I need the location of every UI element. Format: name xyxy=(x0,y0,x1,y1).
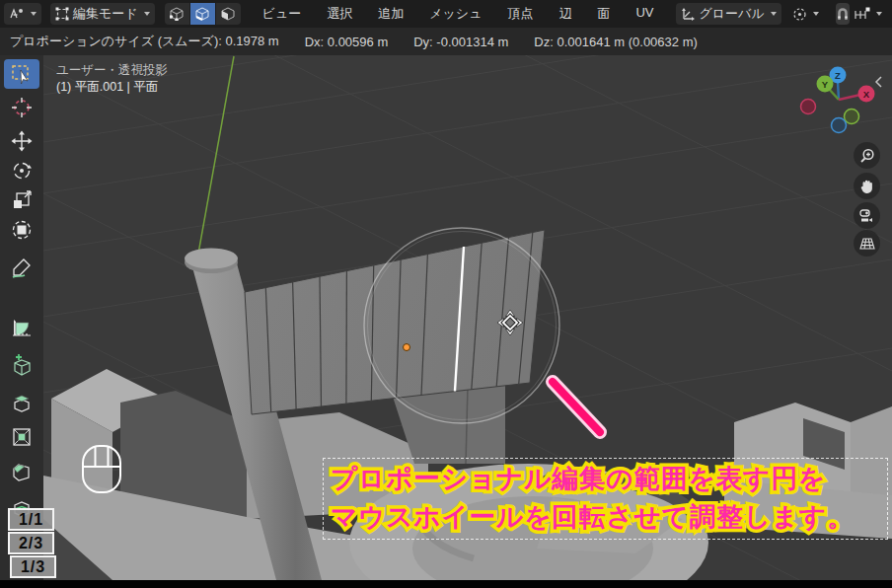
tool-transform[interactable] xyxy=(4,215,39,245)
page-badge-2: 2/3 xyxy=(8,532,54,554)
pink-annotation-stroke xyxy=(553,382,600,432)
pivot-icon xyxy=(792,7,807,22)
mode-selector[interactable]: 編集モード xyxy=(50,3,155,25)
select-mode-group xyxy=(165,3,241,25)
pivot-point-selector[interactable] xyxy=(787,3,824,25)
svg-text:X: X xyxy=(863,89,870,100)
rotate-icon xyxy=(11,160,33,182)
transform-icon xyxy=(11,219,33,241)
active-object-label: (1) 平面.001 | 平面 xyxy=(56,79,158,96)
dy-value: Dy: -0.001314 m xyxy=(413,35,508,49)
3d-cursor-icon xyxy=(11,97,33,118)
tool-measure[interactable] xyxy=(4,314,39,343)
gizmo-z-negative[interactable] xyxy=(832,118,847,133)
tool-bevel[interactable] xyxy=(4,457,39,486)
page-badge-3: 1/3 xyxy=(10,555,56,578)
proportional-size-value: プロポーションのサイズ (スムーズ): 0.1978 m xyxy=(10,33,279,50)
edge-select-icon xyxy=(195,7,209,21)
dz-value: Dz: 0.001641 m (0.00632 m) xyxy=(534,35,697,49)
chevron-down-icon xyxy=(31,12,37,16)
mode-label: 編集モード xyxy=(73,5,138,23)
svg-text:Y: Y xyxy=(822,79,829,90)
editor-type-button[interactable] xyxy=(4,3,41,25)
bottom-black-strip xyxy=(0,580,892,588)
tool-box-select[interactable] xyxy=(4,59,39,89)
camera-view-button[interactable] xyxy=(854,202,880,229)
tool-add-cube[interactable] xyxy=(4,350,39,380)
chevron-down-icon xyxy=(876,12,882,16)
tool-shelf xyxy=(0,55,43,580)
orientation-label: グローバル xyxy=(700,5,765,23)
edit-mode-icon xyxy=(55,7,69,21)
annotation-line-2: マウスホイールを回転させて調整します。 マウスホイールを回転させて調整します。 xyxy=(331,499,887,538)
transform-orientation-selector[interactable]: グローバル xyxy=(676,3,781,25)
view-perspective-label: ユーザー・透視投影 xyxy=(56,62,168,79)
vertex-select-button[interactable] xyxy=(165,3,189,25)
annotate-pencil-icon xyxy=(11,257,33,278)
menu-face[interactable]: 面 xyxy=(597,5,610,23)
svg-text:Z: Z xyxy=(835,70,841,81)
menu-uv[interactable]: UV xyxy=(635,5,653,23)
menu-view[interactable]: ビュー xyxy=(262,5,302,23)
operator-status-bar: プロポーションのサイズ (スムーズ): 0.1978 m Dx: 0.00596… xyxy=(0,28,892,55)
snap-with-icon xyxy=(855,7,870,21)
snap-settings[interactable] xyxy=(850,3,887,25)
inset-faces-icon xyxy=(11,426,33,448)
page-badge-1: 1/1 xyxy=(8,508,54,531)
tool-extrude-region[interactable] xyxy=(4,388,39,417)
tool-3d-cursor[interactable] xyxy=(4,93,39,122)
tutorial-annotation-box: プロポーショナル編集の範囲を表す円を プロポーショナル編集の範囲を表す円を マウ… xyxy=(323,458,888,540)
annotation-line-1: プロポーショナル編集の範囲を表す円を プロポーショナル編集の範囲を表す円を xyxy=(331,461,887,499)
orientation-icon xyxy=(681,7,696,21)
bevel-icon xyxy=(11,461,33,482)
menu-add[interactable]: 追加 xyxy=(378,5,404,23)
extrude-region-icon xyxy=(11,392,33,413)
tool-inset-faces[interactable] xyxy=(4,422,39,452)
edge-select-button[interactable] xyxy=(190,3,215,25)
navigation-gizmo[interactable]: Z Y X xyxy=(793,59,892,138)
toggle-ortho-button[interactable] xyxy=(854,230,880,257)
menu-edge[interactable]: 辺 xyxy=(558,5,571,23)
origin-point xyxy=(404,344,410,351)
menu-select[interactable]: 選択 xyxy=(327,5,352,23)
zoom-button[interactable] xyxy=(854,142,880,169)
viewport-header: 編集モード ビュー 選択 追加 xyxy=(0,0,892,28)
tool-scale[interactable] xyxy=(4,185,39,215)
vertex-select-icon xyxy=(170,7,184,21)
zoom-icon xyxy=(859,148,875,164)
camera-view-icon xyxy=(858,208,875,223)
gizmo-y-negative[interactable] xyxy=(845,110,859,124)
pan-hand-icon xyxy=(859,179,874,194)
magnet-icon xyxy=(836,7,850,21)
gizmo-x-negative[interactable] xyxy=(801,100,816,114)
pan-button[interactable] xyxy=(854,173,880,199)
snap-toggle-button[interactable] xyxy=(836,3,850,25)
menu-mesh[interactable]: メッシュ xyxy=(429,5,482,23)
menu-bar: ビュー 選択 追加 メッシュ 頂点 辺 面 UV xyxy=(262,5,654,23)
blender-window: 編集モード ビュー 選択 追加 xyxy=(0,0,892,588)
dx-value: Dx: 0.00596 m xyxy=(305,35,389,49)
face-select-button[interactable] xyxy=(216,3,241,25)
grid-ortho-icon xyxy=(859,237,875,251)
sidebar-collapse-arrow[interactable] xyxy=(874,75,884,89)
box-select-icon xyxy=(11,63,33,85)
tool-rotate[interactable] xyxy=(4,156,39,185)
chevron-down-icon xyxy=(144,12,150,16)
face-select-icon xyxy=(221,7,235,21)
scale-icon xyxy=(11,189,33,211)
measure-icon xyxy=(11,318,33,339)
move-icon xyxy=(11,130,33,152)
editor-type-icon xyxy=(9,7,25,21)
chevron-down-icon xyxy=(771,12,777,16)
chevron-down-icon xyxy=(813,12,819,16)
menu-vertex[interactable]: 頂点 xyxy=(507,5,533,23)
tool-annotate[interactable] xyxy=(4,253,39,282)
tool-move[interactable] xyxy=(4,126,39,156)
add-cube-icon xyxy=(11,354,33,376)
